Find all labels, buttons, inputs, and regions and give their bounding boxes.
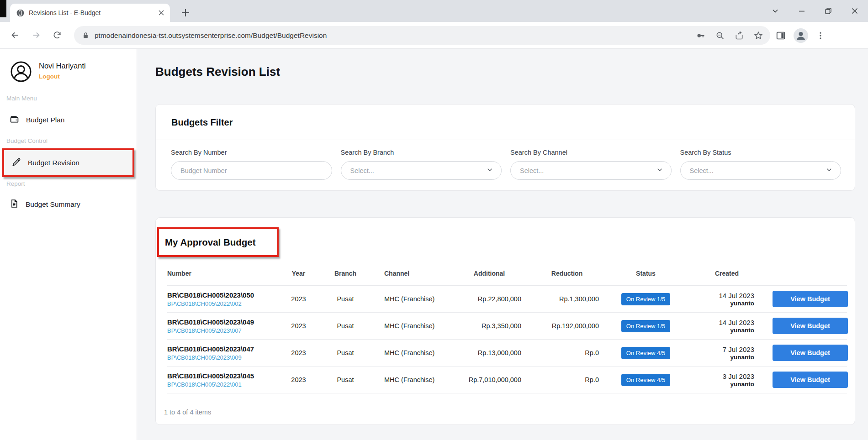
annotation-box-my-approval-budget: My Approval Budget [157, 227, 279, 257]
budget-number: BR\CB018\CH005\2023\050 [167, 291, 279, 299]
view-budget-button[interactable]: View Budget [773, 318, 848, 334]
annotation-box-budget-revision: Budget Revision [2, 148, 134, 177]
created-by: yunanto [688, 381, 754, 388]
cell-branch: Pusat [318, 295, 373, 303]
cell-reduction: Rp.0 [530, 376, 603, 383]
browser-tab[interactable]: Revisions List - E-Budget [10, 4, 170, 22]
share-icon[interactable] [735, 31, 744, 40]
table-title: My Approval Budget [165, 237, 256, 248]
col-header-number: Number [167, 270, 279, 277]
table-row: BR\CB018\CH005\2023\047 BP\CB018\CH005\2… [167, 340, 847, 367]
budget-plan-link[interactable]: BP\CB018\CH005\2022\001 [167, 381, 279, 388]
tab-strip: Revisions List - E-Budget [0, 0, 868, 22]
status-badge: On Review 4/5 [621, 374, 670, 386]
document-icon [10, 199, 19, 210]
branch-select[interactable]: Select... [341, 161, 502, 180]
section-label-report: Report [6, 180, 25, 187]
cell-channel: MHC (Franchise) [373, 349, 448, 356]
col-header-year: Year [279, 270, 318, 277]
cell-year: 2023 [279, 349, 318, 356]
status-badge: On Review 1/5 [621, 320, 670, 332]
chevron-down-icon [487, 167, 493, 174]
window-controls [762, 0, 868, 22]
sidebar-item-budget-revision[interactable]: Budget Revision [4, 150, 132, 175]
budget-number-input[interactable] [171, 161, 332, 180]
password-key-icon[interactable] [696, 31, 705, 40]
logout-link[interactable]: Logout [39, 73, 86, 80]
cell-branch: Pusat [318, 349, 373, 356]
field-label: Search By Channel [510, 149, 672, 156]
side-panel-button[interactable] [776, 26, 786, 45]
tab-search-chevron-icon[interactable] [762, 0, 789, 22]
budget-number: BR\CB018\CH005\2023\047 [167, 345, 279, 353]
budget-plan-link[interactable]: BP\CB018\CH005\2023\009 [167, 354, 279, 361]
user-block: Novi Hariyanti Logout [10, 61, 86, 84]
select-placeholder: Select... [690, 167, 826, 174]
menu-kebab-icon[interactable] [816, 26, 825, 45]
cell-branch: Pusat [318, 376, 373, 383]
view-budget-button[interactable]: View Budget [773, 291, 848, 307]
cell-additional: Rp.22,800,000 [448, 295, 530, 303]
table-pagination-info: 1 to 4 of 4 items [164, 409, 211, 416]
filter-title: Budgets Filter [171, 117, 233, 128]
back-button[interactable] [5, 26, 25, 45]
cell-reduction: Rp.0 [530, 349, 603, 356]
address-bar[interactable]: ptmodenaindonesia-tst.outsystemsenterpri… [74, 26, 770, 45]
cell-reduction: Rp.192,000,000 [530, 322, 603, 330]
created-date: 14 Jul 2023 [688, 319, 754, 326]
filter-field-number: Search By Number [171, 149, 332, 180]
lock-icon [82, 32, 89, 39]
reload-button[interactable] [48, 26, 67, 45]
sidebar: Novi Hariyanti Logout Main Menu Budget P… [0, 49, 137, 440]
sidebar-item-label: Budget Revision [28, 159, 79, 167]
pencil-icon [12, 157, 21, 168]
chevron-down-icon [826, 167, 832, 174]
window-close-button[interactable] [842, 0, 868, 22]
cell-channel: MHC (Franchise) [373, 376, 448, 383]
budget-plan-link[interactable]: BP\CB018\CH005\2023\007 [167, 327, 279, 334]
status-badge: On Review 1/5 [621, 293, 670, 305]
col-header-reduction: Reduction [530, 270, 603, 277]
approval-budget-card: My Approval Budget Number Year Branch Ch… [155, 217, 855, 425]
view-budget-button[interactable]: View Budget [773, 345, 848, 361]
budget-plan-link[interactable]: BP\CB018\CH005\2022\002 [167, 300, 279, 307]
table-row: BR\CB018\CH005\2023\049 BP\CB018\CH005\2… [167, 313, 847, 340]
tab-close-icon[interactable] [158, 10, 164, 16]
sidebar-item-budget-plan[interactable]: Budget Plan [0, 109, 137, 131]
main-content: Budgets Revision List Budgets Filter Sea… [137, 49, 868, 440]
view-budget-button[interactable]: View Budget [773, 372, 848, 388]
table-header-row: Number Year Branch Channel Additional Re… [167, 261, 847, 286]
channel-select[interactable]: Select... [510, 161, 672, 180]
status-select[interactable]: Select... [680, 161, 842, 180]
globe-favicon-icon [16, 9, 24, 17]
select-placeholder: Select... [520, 167, 656, 174]
created-by: yunanto [688, 354, 754, 361]
col-header-created: Created [688, 270, 766, 277]
browser-toolbar: ptmodenaindonesia-tst.outsystemsenterpri… [0, 22, 868, 49]
cell-additional: Rp.13,000,000 [448, 349, 530, 356]
cell-additional: Rp.7,010,000,000 [448, 376, 530, 383]
window-restore-button[interactable] [815, 0, 842, 22]
sidebar-item-budget-summary[interactable]: Budget Summary [0, 193, 137, 216]
created-by: yunanto [688, 300, 754, 307]
forward-button[interactable] [26, 26, 46, 45]
created-date: 3 Jul 2023 [688, 372, 754, 380]
col-header-status: Status [603, 270, 688, 277]
divider [156, 140, 855, 140]
user-avatar-icon [10, 61, 32, 84]
bookmark-star-icon[interactable] [754, 31, 763, 40]
cell-year: 2023 [279, 376, 318, 383]
created-date: 7 Jul 2023 [688, 346, 754, 353]
cell-year: 2023 [279, 295, 318, 303]
zoom-out-icon[interactable] [715, 31, 725, 40]
select-placeholder: Select... [350, 167, 487, 174]
created-by: yunanto [688, 327, 754, 334]
field-label: Search By Number [171, 149, 332, 156]
new-tab-button[interactable] [179, 6, 192, 19]
window-minimize-button[interactable] [789, 0, 815, 22]
user-name: Novi Hariyanti [39, 62, 86, 70]
sidebar-item-label: Budget Summary [26, 200, 80, 209]
tab-title: Revisions List - E-Budget [29, 9, 158, 16]
budgets-filter-card: Budgets Filter Search By Number Search B… [155, 104, 855, 191]
profile-avatar-icon[interactable] [793, 26, 809, 45]
